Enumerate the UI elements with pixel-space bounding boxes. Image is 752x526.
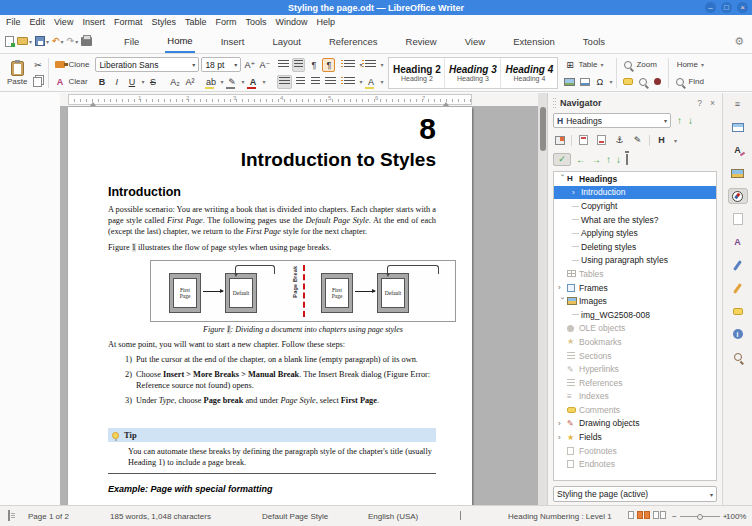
zoom-button[interactable] bbox=[621, 58, 634, 72]
style-heading3[interactable]: Heading 3 Heading 3 bbox=[445, 58, 501, 88]
bold-button[interactable]: B bbox=[95, 75, 108, 89]
open-button[interactable]: ▾ bbox=[17, 37, 32, 45]
superscript-button[interactable]: A² bbox=[183, 75, 196, 89]
multi-page-view-button-2[interactable] bbox=[644, 511, 650, 519]
unordered-list-button[interactable] bbox=[343, 58, 356, 72]
undo-dropdown-icon[interactable]: ▾ bbox=[61, 38, 64, 45]
tree-item-copyright[interactable]: Copyright bbox=[554, 199, 716, 213]
expander-icon[interactable]: › bbox=[572, 188, 581, 197]
document-modified-indicator[interactable] bbox=[8, 511, 10, 520]
heading-levels-dropdown-icon[interactable]: ▾ bbox=[674, 137, 677, 144]
table-button[interactable]: ⊞ bbox=[563, 58, 576, 72]
find-button[interactable] bbox=[673, 75, 686, 89]
next-element-button[interactable]: ↓ bbox=[688, 115, 693, 126]
grow-font-button[interactable]: A⁺ bbox=[243, 58, 256, 72]
heading-levels-button[interactable]: H bbox=[655, 133, 668, 147]
document-view[interactable]: 1 2 3 4 5 6 7 8 Introduction to Styles I… bbox=[60, 93, 547, 505]
sidebar-tab-properties[interactable] bbox=[728, 119, 748, 135]
sidebar-tab-gallery[interactable] bbox=[728, 165, 748, 181]
statusbar-page-style[interactable]: Default Page Style bbox=[262, 512, 328, 521]
text-direction-button[interactable]: ¶ bbox=[322, 58, 335, 72]
statusbar-word-count[interactable]: 185 words, 1,048 characters bbox=[110, 512, 211, 521]
tab-review[interactable]: Review bbox=[404, 29, 439, 53]
show-track-changes-button[interactable] bbox=[636, 75, 649, 89]
menu-styles[interactable]: Styles bbox=[151, 17, 176, 27]
sidebar-tab-accessibility[interactable]: i bbox=[728, 326, 748, 342]
clear-formatting-button[interactable]: A bbox=[53, 75, 66, 89]
scrollbar-thumb[interactable] bbox=[540, 107, 546, 151]
sidebar-tab-manage-changes[interactable] bbox=[728, 280, 748, 296]
increase-indent-button[interactable] bbox=[277, 58, 290, 72]
insert-chart-button[interactable] bbox=[578, 75, 591, 89]
undo-button[interactable]: ↶▾ bbox=[52, 36, 64, 46]
underline-button[interactable]: U bbox=[125, 75, 138, 89]
document-page[interactable]: 8 Introduction to Styles Introduction A … bbox=[68, 107, 472, 505]
promote-level-button[interactable]: ← bbox=[576, 154, 586, 165]
home-menu-button[interactable]: Home bbox=[677, 60, 698, 69]
tab-insert[interactable]: Insert bbox=[219, 29, 247, 53]
redo-button[interactable]: ↷▾ bbox=[67, 36, 79, 46]
formatting-marks-button[interactable]: ¶ bbox=[307, 58, 320, 72]
navigate-by-combobox[interactable]: HHeadings ▾ bbox=[553, 113, 671, 128]
open-dropdown-icon[interactable]: ▾ bbox=[29, 38, 32, 45]
left-margin-marker[interactable] bbox=[90, 102, 96, 106]
paragraph-background-dropdown-icon[interactable]: ▾ bbox=[380, 78, 383, 85]
menu-insert[interactable]: Insert bbox=[82, 17, 105, 27]
align-right-button[interactable] bbox=[309, 75, 322, 89]
menu-table[interactable]: Table bbox=[185, 17, 207, 27]
comment-button[interactable] bbox=[621, 75, 634, 89]
navigator-help-button[interactable]: ? bbox=[695, 98, 704, 108]
italic-button[interactable]: I bbox=[110, 75, 123, 89]
menu-view[interactable]: View bbox=[54, 17, 73, 27]
style-heading4[interactable]: Heading 4 Heading 4 bbox=[501, 58, 557, 88]
paste-button[interactable]: Paste bbox=[5, 61, 29, 86]
underline-dropdown-icon[interactable]: ▾ bbox=[141, 78, 144, 85]
record-track-changes-button[interactable] bbox=[651, 75, 664, 89]
navigator-document-selector[interactable]: Styling the page (active) ▾ bbox=[553, 486, 717, 502]
delete-heading-button[interactable] bbox=[626, 154, 628, 164]
align-left-button[interactable] bbox=[277, 75, 292, 89]
navigator-close-button[interactable]: × bbox=[708, 98, 717, 108]
ordered-list-button[interactable] bbox=[364, 58, 377, 72]
toggle-master-view-button[interactable] bbox=[553, 133, 566, 147]
zoom-slider-thumb[interactable] bbox=[697, 514, 703, 520]
sidebar-tab-design[interactable] bbox=[728, 257, 748, 273]
tree-item-using-paragraph-styles[interactable]: Using paragraph styles bbox=[554, 254, 716, 268]
highlight-dropdown-icon[interactable]: ▾ bbox=[220, 78, 223, 85]
content-navigation-view-button[interactable]: ✓ bbox=[553, 153, 571, 166]
zoom-out-icon[interactable]: − bbox=[672, 512, 677, 521]
tree-item-fields[interactable]: › ★ Fields bbox=[554, 430, 716, 444]
tree-item-headings[interactable]: › H Headings bbox=[554, 172, 716, 186]
multi-page-view-button[interactable] bbox=[637, 511, 643, 519]
menu-file[interactable]: File bbox=[6, 17, 21, 27]
tab-home[interactable]: Home bbox=[165, 29, 194, 53]
close-button[interactable]: × bbox=[737, 2, 748, 13]
tab-layout[interactable]: Layout bbox=[270, 29, 303, 53]
tree-item-frames[interactable]: › Frames bbox=[554, 281, 716, 295]
tree-item-applying-styles[interactable]: Applying styles bbox=[554, 226, 716, 240]
menu-format[interactable]: Format bbox=[114, 17, 143, 27]
demote-chapter-button[interactable]: ↓ bbox=[616, 154, 621, 165]
sidebar-tab-styles[interactable]: A bbox=[728, 142, 748, 158]
tree-item-img-wg2508-008[interactable]: img_WG2508-008 bbox=[554, 308, 716, 322]
header-button[interactable] bbox=[577, 133, 590, 147]
strikethrough-button[interactable]: S bbox=[146, 75, 159, 89]
maximize-button[interactable]: □ bbox=[721, 2, 732, 13]
tree-item-introduction[interactable]: › Introduction bbox=[554, 186, 716, 200]
menu-form[interactable]: Form bbox=[215, 17, 236, 27]
tab-references[interactable]: References bbox=[327, 29, 380, 53]
special-character-button[interactable]: Ω bbox=[593, 75, 606, 89]
menu-window[interactable]: Window bbox=[275, 17, 307, 27]
character-highlighting-button[interactable]: ✎ bbox=[225, 75, 238, 89]
navigate-by-dropdown-icon[interactable]: ▾ bbox=[664, 117, 667, 124]
expander-icon[interactable]: › bbox=[558, 174, 567, 183]
sidebar-settings-button[interactable]: ≡ bbox=[728, 96, 748, 112]
statusbar-page-number[interactable]: Page 1 of 2 bbox=[28, 512, 69, 521]
font-name-combobox[interactable]: Liberation Sans ▾ bbox=[95, 57, 199, 72]
char-highlight-dropdown-icon[interactable]: ▾ bbox=[241, 78, 244, 85]
horizontal-ruler[interactable]: 1 2 3 4 5 6 7 bbox=[68, 94, 472, 105]
tree-item-drawing-objects[interactable]: › ✎ Drawing objects bbox=[554, 417, 716, 431]
vertical-scrollbar[interactable] bbox=[538, 93, 547, 505]
sidebar-tab-find[interactable] bbox=[728, 349, 748, 365]
menu-tools[interactable]: Tools bbox=[245, 17, 266, 27]
